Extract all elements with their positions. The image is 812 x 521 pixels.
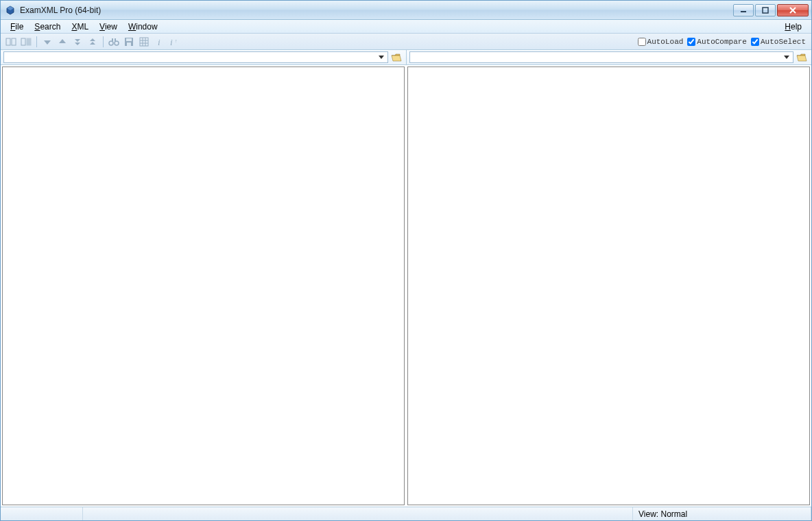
autocompare-label: AutoCompare (697, 38, 747, 46)
svg-point-17 (115, 41, 119, 45)
svg-text:i: i (170, 37, 173, 47)
svg-marker-10 (44, 40, 51, 45)
statusbar: View: Normal (1, 507, 811, 520)
menu-window[interactable]: Window (123, 21, 163, 32)
open-file-right-button[interactable] (795, 51, 809, 63)
up-arrow-icon[interactable] (56, 35, 69, 49)
svg-rect-7 (12, 38, 16, 45)
status-view: View: Normal (633, 507, 811, 520)
svg-rect-8 (21, 38, 25, 45)
app-icon (5, 5, 16, 16)
menu-help[interactable]: Help (779, 21, 807, 32)
status-cell-mid (83, 507, 633, 520)
autoload-input[interactable] (638, 38, 646, 46)
toolbar-separator (103, 36, 104, 47)
svg-rect-6 (6, 38, 10, 45)
down-arrow-icon[interactable] (40, 35, 54, 49)
autocompare-checkbox[interactable]: AutoCompare (687, 38, 747, 46)
file-slot-right (406, 50, 812, 64)
auto-options: AutoLoad AutoCompare AutoSelect (638, 38, 809, 46)
titlebar: ExamXML Pro (64-bit) (1, 1, 811, 20)
svg-marker-32 (392, 54, 400, 56)
menu-view[interactable]: View (94, 21, 123, 32)
autoselect-label: AutoSelect (761, 38, 806, 46)
svg-marker-12 (75, 39, 80, 42)
svg-text:i: i (158, 37, 160, 47)
menu-search[interactable]: Search (29, 21, 66, 32)
file-combo-right[interactable] (409, 51, 794, 63)
svg-marker-31 (379, 56, 384, 59)
grid-icon[interactable] (137, 35, 151, 49)
menu-file[interactable]: File (5, 21, 29, 32)
open-file-left-button[interactable] (390, 51, 403, 63)
svg-rect-22 (127, 43, 131, 46)
toolbar-separator (36, 36, 37, 47)
autoload-label: AutoLoad (647, 38, 684, 46)
file-slot-left (1, 50, 406, 64)
svg-rect-2 (741, 11, 746, 12)
svg-rect-21 (126, 38, 132, 41)
svg-marker-11 (59, 39, 66, 43)
svg-marker-15 (90, 42, 95, 45)
autocompare-input[interactable] (687, 38, 695, 46)
file-combo-left[interactable] (3, 51, 388, 63)
svg-marker-35 (797, 54, 805, 56)
svg-rect-23 (140, 38, 148, 46)
svg-rect-19 (115, 38, 116, 41)
svg-marker-13 (75, 43, 80, 45)
app-title: ExamXML Pro (64-bit) (20, 5, 101, 15)
svg-point-16 (109, 41, 113, 45)
filebar (1, 50, 811, 65)
toolbar: i i↑ AutoLoad AutoCompare AutoSelect (1, 34, 811, 50)
left-pane[interactable] (2, 66, 405, 505)
svg-text:↑: ↑ (175, 38, 178, 43)
maximize-button[interactable] (755, 4, 776, 16)
compare-alt-icon[interactable] (19, 35, 33, 49)
svg-marker-36 (797, 56, 807, 61)
menubar: File Search XML View Window Help (1, 20, 811, 34)
minimize-button[interactable] (733, 4, 754, 16)
autoselect-input[interactable] (751, 38, 759, 46)
info-alt-icon[interactable]: i↑ (167, 35, 181, 49)
save-icon[interactable] (122, 35, 136, 49)
close-button[interactable] (777, 4, 809, 16)
status-view-label: View: Normal (638, 509, 687, 519)
chevron-down-icon[interactable] (377, 52, 386, 62)
svg-rect-18 (112, 38, 113, 41)
window-buttons (732, 4, 809, 16)
autoload-checkbox[interactable]: AutoLoad (638, 38, 684, 46)
info-icon[interactable]: i (152, 35, 166, 49)
right-pane[interactable] (407, 66, 810, 505)
content-panes (1, 65, 811, 507)
double-down-icon[interactable] (71, 35, 84, 49)
status-cell-left (1, 507, 83, 520)
svg-marker-14 (90, 38, 95, 41)
svg-marker-34 (784, 56, 789, 59)
binoculars-icon[interactable] (107, 35, 121, 49)
menu-xml[interactable]: XML (66, 21, 94, 32)
autoselect-checkbox[interactable]: AutoSelect (751, 38, 806, 46)
compare-icon[interactable] (4, 35, 18, 49)
chevron-down-icon[interactable] (782, 52, 791, 62)
svg-marker-33 (392, 56, 401, 61)
svg-rect-3 (763, 8, 768, 13)
double-up-icon[interactable] (86, 35, 99, 49)
svg-rect-9 (27, 38, 31, 45)
app-window: ExamXML Pro (64-bit) File Search XML Vie… (0, 0, 812, 521)
